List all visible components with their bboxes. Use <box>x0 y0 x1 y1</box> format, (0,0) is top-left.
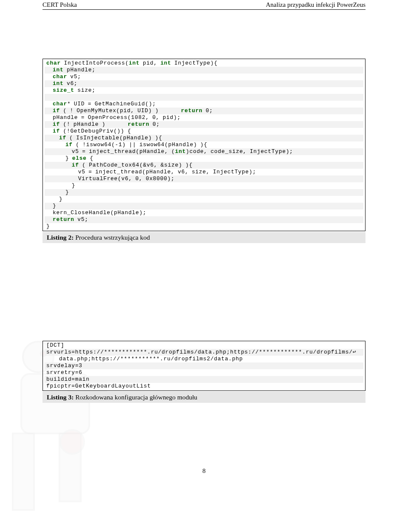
code-line: char* UID = GetMachineGuid(); <box>45 101 363 108</box>
code-line: int v6; <box>45 80 363 87</box>
page-header: CERT Polska Analiza przypadku infekcji P… <box>42 0 366 10</box>
svg-point-5 <box>60 430 84 454</box>
page-number: 8 <box>0 467 408 475</box>
code-line: } <box>45 223 363 230</box>
listing-2-text: Procedura wstrzykująca kod <box>75 234 150 241</box>
code-line: pHandle = OpenProcess(1082, 0, pid); <box>45 114 363 121</box>
code-line: [DCT] <box>45 342 363 349</box>
code-line: return v5; <box>45 216 363 223</box>
listing-2-label: Listing 2: <box>47 234 74 241</box>
listing-3-caption: Listing 3: Rozkodowana konfiguracja głów… <box>42 392 366 403</box>
listing-2-code: char InjectIntoProcess(int pid, int Inje… <box>42 59 366 231</box>
code-line: } <box>45 196 363 203</box>
code-line: } <box>45 189 363 196</box>
code-line: char InjectIntoProcess(int pid, int Inje… <box>45 60 363 67</box>
code-line: if ( PathCode_tox64(&v6, &size) ){ <box>45 162 363 169</box>
code-line: char v5; <box>45 74 363 80</box>
code-line: int pHandle; <box>45 67 363 74</box>
code-line: srvretry=6 <box>45 369 363 376</box>
code-line: } <box>45 182 363 189</box>
code-line: fpicptr=GetKeyboardLayoutList <box>45 383 363 390</box>
code-line: srvdelay=3 <box>45 362 363 369</box>
code-line: if (!GetDebugPriv()) { <box>45 128 363 135</box>
code-line: buildid=main <box>45 376 363 383</box>
code-line: if (! pHandle ) return 0; <box>45 121 363 128</box>
code-line: } else { <box>45 155 363 162</box>
code-line: v5 = inject_thread(pHandle, v6, size, In… <box>45 169 363 175</box>
code-line: if ( IsInjectable(pHandle) ){ <box>45 135 363 141</box>
code-line: if ( ! OpenMyMutex(pid, UID) ) return 0; <box>45 108 363 114</box>
listing-3-label: Listing 3: <box>47 393 74 401</box>
code-line: VirtualFree(v6, 0, 0x8000); <box>45 175 363 182</box>
code-line: size_t size; <box>45 87 363 94</box>
code-line <box>45 94 363 101</box>
header-left: CERT Polska <box>42 1 77 8</box>
header-right: Analiza przypadku infekcji PowerZeus <box>266 1 366 8</box>
code-line: if ( !iswow64(-1) || iswow64(pHandle) ){ <box>45 141 363 148</box>
code-line: } <box>45 203 363 209</box>
code-line: v5 = inject_thread(pHandle, (int)code, c… <box>45 148 363 155</box>
listing-3-code: [DCT]srvurls=https://************.ru/dro… <box>42 341 366 391</box>
listing-3-text: Rozkodowana konfiguracja głównego modułu <box>75 393 197 401</box>
code-line: kern_CloseHandle(pHandle); <box>45 209 363 216</box>
code-line: data.php;https://***********.ru/dropfilm… <box>45 356 363 362</box>
code-line: srvurls=https://************.ru/dropfilm… <box>45 349 363 356</box>
listing-2-caption: Listing 2: Procedura wstrzykująca kod <box>42 232 366 243</box>
